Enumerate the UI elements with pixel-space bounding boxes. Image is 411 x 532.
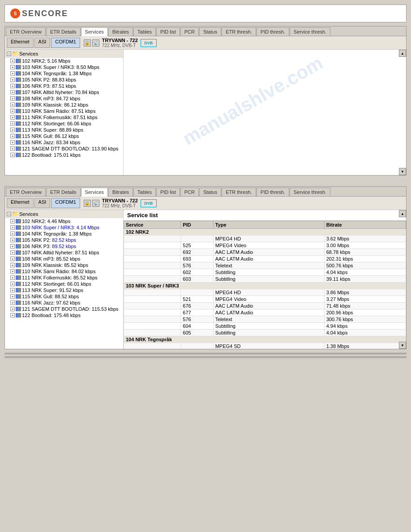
list-item[interactable]: + 116 NRK Jazz: 83.34 kbps (5, 139, 123, 146)
expand-icon[interactable]: + (10, 96, 15, 101)
tab-services-2[interactable]: Services (81, 188, 108, 197)
list-item[interactable]: + 108 NRK mP3: 85.52 kbps (5, 256, 123, 262)
tab-pid-thresh-1[interactable]: PID thresh. (257, 27, 289, 36)
list-item[interactable]: + 112 NRK Stortinget: 66.06 kbps (5, 120, 123, 127)
scroll-up-2[interactable]: ▲ (399, 210, 406, 217)
expand-icon[interactable]: + (10, 134, 15, 138)
list-item[interactable]: + 108 NRK mP3: 84.72 kbps (5, 95, 123, 102)
expand-icon[interactable]: + (10, 59, 15, 63)
tab-pid-list-2[interactable]: PID list (156, 188, 180, 196)
expand-icon[interactable]: + (10, 275, 15, 280)
sub-tab-cofdm1-1[interactable]: COFDM1 (51, 38, 80, 48)
expand-icon[interactable]: + (10, 313, 15, 317)
tab-service-thresh-1[interactable]: Service thresh. (290, 27, 330, 36)
expand-icon[interactable]: + (10, 257, 15, 261)
expand-icon[interactable]: + (10, 300, 15, 305)
list-item[interactable]: + 106 NRK P3: 89.52 kbps (5, 243, 123, 249)
list-item[interactable]: + 102 NRK2: 5.16 Mbps (5, 58, 123, 64)
list-item[interactable]: + 105 NRK P2: 82.52 kbps (5, 237, 123, 243)
sub-tab-ethernet-2[interactable]: Ethernet (7, 198, 34, 208)
expand-icon[interactable]: + (10, 103, 15, 107)
list-item[interactable]: + 112 NRK Stortinget: 66.01 kbps (5, 281, 123, 287)
expand-root-1[interactable]: - (7, 51, 11, 56)
list-item[interactable]: + 111 NRK Folkemusikk: 87.51 kbps (5, 114, 123, 120)
tab-tables-2[interactable]: Tables (133, 188, 156, 196)
tab-bitrates-1[interactable]: Bitrates (108, 27, 133, 36)
sub-tab-ethernet-1[interactable]: Ethernet (7, 38, 34, 48)
expand-root-2[interactable]: - (7, 212, 11, 216)
expand-icon[interactable]: + (10, 219, 15, 223)
expand-icon[interactable]: + (10, 140, 15, 145)
expand-icon[interactable]: + (10, 90, 15, 94)
list-item[interactable]: + 102 NRK2: 4.46 Mbps (5, 218, 123, 224)
sub-tab-cofdm1-2[interactable]: COFDM1 (51, 198, 80, 208)
expand-icon[interactable]: + (10, 232, 15, 236)
expand-icon[interactable]: + (10, 121, 15, 126)
expand-icon[interactable]: + (10, 269, 15, 274)
service-icon (16, 244, 21, 249)
tab-etr-overview-1[interactable]: ETR Overview (6, 27, 46, 36)
list-item[interactable]: + 109 NRK Klassisk: 85.52 kbps (5, 262, 123, 268)
expand-icon[interactable]: + (10, 307, 15, 311)
list-item[interactable]: + 103 NRK Super / NRK3: 8.50 Mbps (5, 64, 123, 70)
list-item[interactable]: + 110 NRK Sámi Rádio: 84.02 kbps (5, 268, 123, 275)
tab-etr-thresh-1[interactable]: ETR thresh. (222, 27, 256, 36)
list-item[interactable]: + 116 NRK Jazz: 97.62 kbps (5, 300, 123, 306)
expand-icon[interactable]: + (10, 65, 15, 69)
tab-bitrates-2[interactable]: Bitrates (108, 188, 133, 196)
tab-etr-details-2[interactable]: ETR Details (46, 188, 81, 196)
list-item[interactable]: + 111 NRK Folkemusikk: 85.52 kbps (5, 275, 123, 281)
list-item[interactable]: + 121 SAGEM DTT BOOTLOAD: 113.90 kbps (5, 146, 123, 152)
tab-pid-list-1[interactable]: PID list (156, 27, 180, 36)
tab-services-1[interactable]: Services (81, 27, 108, 36)
scroll-down-1[interactable]: ▼ (399, 168, 406, 175)
list-item[interactable]: + 105 NRK P2: 88.83 kbps (5, 77, 123, 83)
tab-tables-1[interactable]: Tables (133, 27, 156, 36)
list-item[interactable]: + 106 NRK P3: 87.51 kbps (5, 83, 123, 89)
list-item[interactable]: + 113 NRK Super: 91.52 kbps (5, 287, 123, 293)
list-item[interactable]: + 115 NRK Gull: 86.12 kbps (5, 133, 123, 139)
expand-icon[interactable]: + (10, 250, 15, 255)
expand-icon[interactable]: + (10, 225, 15, 230)
expand-icon[interactable]: + (10, 244, 15, 249)
expand-icon[interactable]: + (10, 153, 15, 157)
list-item[interactable]: + 122 Bootload: 175.48 kbps (5, 312, 123, 318)
expand-icon[interactable]: + (10, 115, 15, 120)
scroll-up-1[interactable]: ▲ (399, 50, 406, 57)
sub-tab-asi-2[interactable]: ASI (34, 198, 51, 208)
expand-icon[interactable]: + (10, 146, 15, 151)
tab-status-2[interactable]: Status (199, 188, 221, 196)
list-item[interactable]: + 109 NRK Klassisk: 86.12 kbps (5, 102, 123, 108)
list-item[interactable]: + 122 Bootload: 175.01 kbps (5, 152, 123, 158)
list-item[interactable]: + 107 NRK Alltid Nyheter: 70.84 kbps (5, 89, 123, 95)
tab-etr-details-1[interactable]: ETR Details (46, 27, 81, 36)
tab-etr-thresh-2[interactable]: ETR thresh. (222, 188, 256, 196)
list-item[interactable]: + 104 NRK Tegnspråk: 1.38 Mbps (5, 70, 123, 77)
list-item[interactable]: + 104 NRK Tegnspråk: 1.38 Mbps (5, 231, 123, 237)
expand-icon[interactable]: + (10, 294, 15, 299)
tab-pid-thresh-2[interactable]: PID thresh. (257, 188, 289, 196)
expand-icon[interactable]: + (10, 263, 15, 267)
expand-icon[interactable]: + (10, 282, 15, 286)
scroll-down-2[interactable]: ▼ (399, 342, 406, 349)
expand-icon[interactable]: + (10, 84, 15, 88)
list-item[interactable]: + 110 NRK Sámi Rádio: 87.51 kbps (5, 108, 123, 114)
expand-icon[interactable]: + (10, 128, 15, 132)
tab-status-1[interactable]: Status (199, 27, 221, 36)
list-item[interactable]: + 115 NRK Gull: 88.52 kbps (5, 293, 123, 300)
sub-tab-asi-1[interactable]: ASI (34, 38, 51, 48)
expand-icon[interactable]: + (10, 77, 15, 82)
tab-pcr-2[interactable]: PCR (180, 188, 199, 196)
list-item[interactable]: + 107 NRK Alltid Nyheter: 87.51 kbps (5, 249, 123, 256)
list-item[interactable]: + 121 SAGEM DTT BOOTLOAD: 115.53 kbps (5, 306, 123, 312)
expand-icon[interactable]: + (10, 71, 15, 76)
tree-root-2: - 📁 Services (5, 210, 123, 218)
tab-etr-overview-2[interactable]: ETR Overview (6, 188, 46, 196)
list-item[interactable]: + 113 NRK Super: 88.89 kbps (5, 127, 123, 133)
expand-icon[interactable]: + (10, 238, 15, 242)
list-item[interactable]: + 103 NRK Super / NRK3: 4.14 Mbps (5, 224, 123, 231)
expand-icon[interactable]: + (10, 288, 15, 292)
expand-icon[interactable]: + (10, 109, 15, 113)
tab-pcr-1[interactable]: PCR (180, 27, 199, 36)
tab-service-thresh-2[interactable]: Service thresh. (290, 188, 330, 196)
